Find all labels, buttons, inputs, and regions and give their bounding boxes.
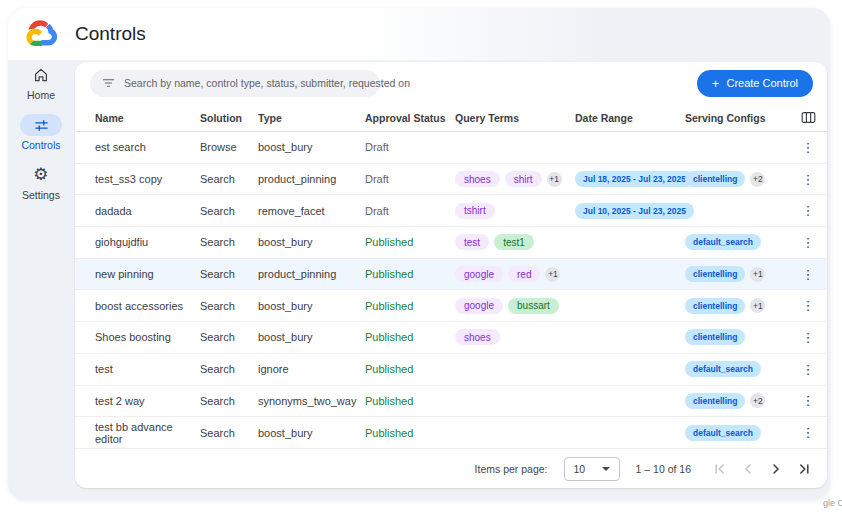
create-control-button[interactable]: + Create Control	[697, 70, 813, 97]
cell-type: remove_facet	[258, 205, 365, 217]
items-per-page-select[interactable]: 10	[564, 457, 620, 481]
cell-name: test 2 way	[95, 395, 200, 407]
cell-name: test	[95, 363, 200, 375]
sidebar-item-label: Home	[27, 89, 55, 101]
column-settings-icon[interactable]	[801, 111, 816, 124]
query-term-chip: google	[455, 266, 503, 282]
row-actions-button[interactable]: ⋮	[798, 234, 819, 251]
query-term-chip: shoes	[455, 171, 500, 187]
cell-type: boost_bury	[258, 236, 365, 248]
cell-query-terms: shoesshirt+1	[455, 171, 575, 187]
row-actions-button[interactable]: ⋮	[798, 202, 819, 219]
column-header-type: Type	[258, 112, 365, 124]
more-configs-badge: +1	[750, 267, 765, 282]
row-actions-button[interactable]: ⋮	[798, 392, 819, 409]
column-header-serving-configs: Serving Configs	[685, 112, 797, 124]
cell-type: product_pinning	[258, 173, 365, 185]
date-range-chip: Jul 18, 2025 - Jul 23, 2025	[575, 171, 694, 187]
column-header-approval-status: Approval Status	[365, 112, 455, 124]
cell-name: est search	[95, 141, 200, 153]
cell-name: test bb advance editor	[95, 421, 200, 445]
cell-type: boost_bury	[258, 141, 365, 153]
serving-config-chip: clientelling	[685, 298, 745, 314]
items-per-page-value: 10	[574, 463, 586, 475]
table-row[interactable]: test bb advance editorSearchboost_buryPu…	[75, 417, 827, 449]
cell-solution: Search	[200, 395, 258, 407]
watermark-text: gle C	[823, 498, 842, 508]
cell-approval-status: Published	[365, 331, 455, 343]
cell-serving-configs: clientelling	[685, 329, 797, 345]
cell-query-terms: shoes	[455, 329, 575, 345]
cell-serving-configs: clientelling+1	[685, 298, 797, 314]
column-header-solution: Solution	[200, 112, 258, 124]
cell-serving-configs: default_search	[685, 361, 797, 377]
sidebar-item-label: Settings	[22, 189, 60, 201]
table-row[interactable]: new pinningSearchproduct_pinningPublishe…	[75, 259, 827, 291]
column-header-query-terms: Query Terms	[455, 112, 575, 124]
table-row[interactable]: test_ss3 copySearchproduct_pinningDrafts…	[75, 164, 827, 196]
cell-solution: Search	[200, 363, 258, 375]
table-row[interactable]: Shoes boostingSearchboost_buryPublisheds…	[75, 322, 827, 354]
column-header-name: Name	[95, 112, 200, 124]
sidebar-item-controls[interactable]: Controls	[20, 114, 62, 151]
first-page-button[interactable]	[713, 462, 727, 476]
serving-config-chip: default_search	[685, 361, 761, 377]
sidebar-item-home[interactable]: Home	[27, 64, 55, 101]
cell-date-range: Jul 18, 2025 - Jul 23, 2025	[575, 171, 685, 187]
cell-query-terms: tshirt	[455, 203, 575, 219]
active-pill	[20, 114, 62, 136]
plus-icon: +	[712, 76, 720, 91]
row-actions-button[interactable]: ⋮	[798, 139, 819, 156]
table-body: est searchBrowseboost_buryDraft⋮test_ss3…	[75, 132, 827, 449]
last-page-button[interactable]	[797, 462, 811, 476]
query-term-chip: shoes	[455, 329, 500, 345]
query-term-chip: google	[455, 298, 503, 314]
cell-name: new pinning	[95, 268, 200, 280]
table-header: Name Solution Type Approval Status Query…	[75, 104, 827, 132]
table-row[interactable]: test 2 waySearchsynonyms_two_wayPublishe…	[75, 386, 827, 418]
more-configs-badge: +1	[750, 298, 765, 313]
gear-icon: ⚙	[33, 164, 48, 186]
cell-solution: Search	[200, 173, 258, 185]
table-row[interactable]: est searchBrowseboost_buryDraft⋮	[75, 132, 827, 164]
sidebar-item-settings[interactable]: ⚙ Settings	[22, 164, 60, 201]
serving-config-chip: default_search	[685, 234, 761, 250]
cell-approval-status: Published	[365, 300, 455, 312]
query-term-chip: bussart	[508, 298, 559, 314]
row-actions-button[interactable]: ⋮	[798, 361, 819, 378]
more-terms-badge: +1	[547, 172, 562, 187]
filter-icon	[102, 77, 115, 89]
app-header: Controls	[8, 8, 830, 60]
row-actions-button[interactable]: ⋮	[798, 329, 819, 346]
cell-date-range: Jul 10, 2025 - Jul 23, 2025	[575, 203, 685, 219]
cell-approval-status: Published	[365, 363, 455, 375]
search-input[interactable]: Search by name, control type, status, su…	[90, 70, 380, 97]
pagination-nav	[713, 462, 811, 476]
home-icon	[32, 64, 50, 86]
cell-query-terms: googlered+1	[455, 266, 575, 282]
cell-approval-status: Published	[365, 236, 455, 248]
table-row[interactable]: boost accessoriesSearchboost_buryPublish…	[75, 290, 827, 322]
table-row[interactable]: dadadaSearchremove_facetDrafttshirtJul 1…	[75, 195, 827, 227]
query-term-chip: test1	[494, 234, 534, 250]
serving-config-chip: clientelling	[685, 171, 745, 187]
table-row[interactable]: testSearchignorePublisheddefault_search⋮	[75, 354, 827, 386]
row-actions-button[interactable]: ⋮	[798, 266, 819, 283]
query-term-chip: red	[508, 266, 540, 282]
row-actions-button[interactable]: ⋮	[798, 297, 819, 314]
cell-type: synonyms_two_way	[258, 395, 365, 407]
cell-solution: Search	[200, 300, 258, 312]
cell-serving-configs: default_search	[685, 425, 797, 441]
row-actions-button[interactable]: ⋮	[798, 171, 819, 188]
next-page-button[interactable]	[769, 462, 783, 476]
serving-config-chip: default_search	[685, 425, 761, 441]
table-row[interactable]: giohgujdfiuSearchboost_buryPublishedtest…	[75, 227, 827, 259]
cell-type: boost_bury	[258, 427, 365, 439]
more-terms-badge: +1	[545, 267, 560, 282]
app-container: Controls Home	[8, 8, 830, 500]
previous-page-button[interactable]	[741, 462, 755, 476]
cell-type: boost_bury	[258, 331, 365, 343]
create-control-label: Create Control	[726, 77, 798, 89]
query-term-chip: shirt	[505, 171, 542, 187]
row-actions-button[interactable]: ⋮	[798, 424, 819, 441]
